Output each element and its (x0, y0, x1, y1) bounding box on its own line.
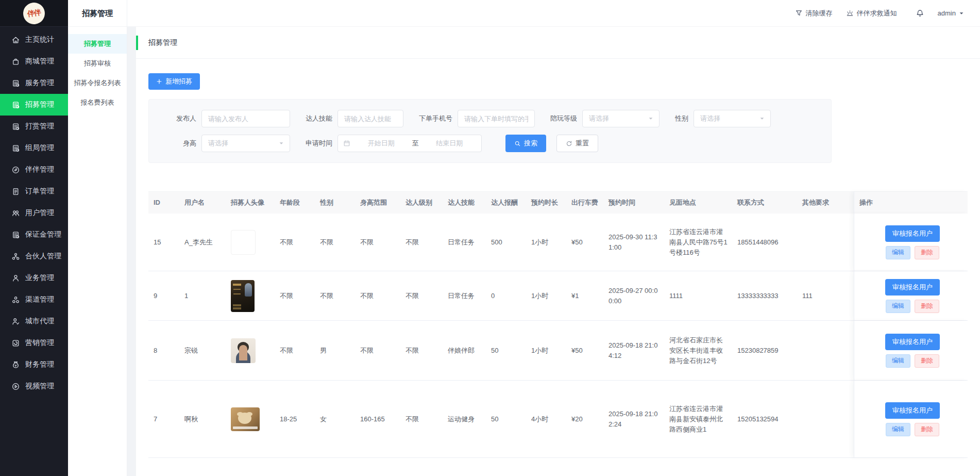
sidebar-item-6[interactable]: 组局管理 (0, 137, 68, 159)
apply-time-daterange[interactable]: 开始日期 至 结束日期 (337, 135, 482, 152)
city-icon (11, 317, 20, 326)
sidebar-item-14[interactable]: 城市代理 (0, 310, 68, 332)
table-cell-reward: 0 (486, 271, 526, 320)
sidebar-item-10[interactable]: 保证金管理 (0, 224, 68, 245)
sidebar-item-label: 打赏管理 (25, 122, 54, 131)
skill-input[interactable] (337, 110, 403, 127)
height-placeholder: 请选择 (208, 139, 228, 148)
table-cell-actions: 审核报名用户编辑删除 (854, 381, 968, 457)
recruiter-avatar (231, 407, 260, 431)
app-logo[interactable]: 伴伴 (22, 1, 46, 25)
table-cell-other (797, 321, 854, 380)
table-cell-contact: 15205132594 (732, 381, 797, 457)
sidebar-item-4[interactable]: 招募管理 (0, 94, 68, 116)
edit-button[interactable]: 编辑 (886, 354, 910, 368)
companion-level-select[interactable]: 请选择 (582, 110, 660, 127)
review-signup-users-button[interactable]: 审核报名用户 (885, 402, 940, 419)
filter-gender: 性别 请选择 (675, 110, 771, 127)
submenu-item-3[interactable]: 招募令报名列表 (68, 73, 127, 93)
table-cell-contact: 15230827859 (732, 321, 797, 380)
delete-button[interactable]: 删除 (915, 300, 939, 313)
chevron-down-icon (759, 116, 765, 122)
table-cell-contact: 18551448096 (732, 214, 797, 271)
table-cell-actions: 审核报名用户编辑删除 (854, 214, 968, 271)
edit-button[interactable]: 编辑 (886, 300, 910, 313)
order-icon (11, 187, 20, 196)
sidebar-item-15[interactable]: 营销管理 (0, 332, 68, 354)
user-menu[interactable]: admin (938, 9, 965, 17)
review-signup-users-button[interactable]: 审核报名用户 (885, 279, 940, 296)
sidebar-item-label: 服务管理 (25, 78, 54, 88)
column-header: 达人报酬 (486, 192, 526, 214)
table-cell-reward: 50 (486, 381, 526, 457)
sidebar-item-2[interactable]: 商城管理 (0, 51, 68, 72)
sidebar-item-8[interactable]: 订单管理 (0, 180, 68, 202)
reset-button[interactable]: 重置 (556, 135, 598, 152)
publisher-input[interactable] (201, 110, 290, 127)
rescue-notice-button[interactable]: 伴伴求救通知 (846, 9, 897, 18)
add-recruit-button[interactable]: 新增招募 (148, 73, 200, 90)
table-cell-height_range: 160-165 (355, 381, 400, 457)
submenu-title: 招募管理 (68, 0, 127, 27)
delete-button[interactable]: 删除 (915, 354, 939, 368)
submenu-item-4[interactable]: 报名费列表 (68, 93, 127, 112)
review-signup-users-button[interactable]: 审核报名用户 (885, 334, 940, 350)
delete-button[interactable]: 删除 (915, 246, 939, 259)
sidebar-item-label: 营销管理 (25, 338, 54, 348)
edit-button[interactable]: 编辑 (886, 246, 910, 259)
submenu-item-1[interactable]: 招募管理 (68, 34, 127, 54)
review-signup-users-button[interactable]: 审核报名用户 (885, 225, 940, 242)
plus-icon (156, 78, 162, 85)
submenu-items: 招募管理招募审核招募令报名列表报名费列表 (68, 27, 127, 112)
table-cell-gender: 男 (315, 321, 355, 380)
table-cell-fare: ¥20 (566, 381, 603, 457)
column-header: 预约时间 (603, 192, 664, 214)
clear-cache-button[interactable]: 清除缓存 (795, 9, 833, 18)
table-cell-duration: 1小时 (526, 214, 566, 271)
submenu-item-2[interactable]: 招募审核 (68, 54, 127, 73)
table-cell-height_range: 不限 (355, 271, 400, 320)
sidebar-item-5[interactable]: 打赏管理 (0, 116, 68, 137)
height-select[interactable]: 请选择 (201, 135, 290, 152)
start-date-placeholder: 开始日期 (354, 139, 408, 148)
table-cell-time: 2025-09-18 21:04:12 (603, 321, 664, 380)
table-cell-location: 江苏省连云港市灌南县人民中路75号1号楼116号 (664, 214, 732, 271)
gender-select[interactable]: 请选择 (694, 110, 771, 127)
channel-icon (11, 296, 20, 304)
filter-height: 身高 请选择 (160, 135, 290, 152)
table-cell-level: 不限 (400, 321, 443, 380)
publisher-label: 发布人 (160, 114, 196, 123)
column-header-actions: 操作 (854, 192, 968, 214)
group-icon (11, 144, 20, 153)
search-button[interactable]: 搜索 (505, 135, 546, 152)
sidebar-item-17[interactable]: 视频管理 (0, 375, 68, 397)
sidebar-item-9[interactable]: 用户管理 (0, 202, 68, 224)
chevron-down-icon (278, 140, 284, 146)
search-label: 搜索 (524, 139, 537, 148)
column-header: ID (148, 192, 179, 214)
table-cell-other: 111 (797, 271, 854, 320)
sidebar-item-label: 订单管理 (25, 187, 54, 196)
table-cell-location: 1111 (664, 271, 732, 320)
table-cell-fare: ¥50 (566, 214, 603, 271)
sidebar-item-1[interactable]: 主页统计 (0, 29, 68, 51)
table-cell-age: 不限 (275, 214, 315, 271)
date-separator: 至 (412, 139, 419, 148)
bell-icon[interactable] (916, 9, 924, 18)
sidebar-item-7[interactable]: 伴伴管理 (0, 159, 68, 180)
sidebar-item-13[interactable]: 渠道管理 (0, 289, 68, 310)
table-cell-age: 不限 (275, 271, 315, 320)
video-icon (11, 382, 20, 391)
sidebar-item-16[interactable]: 财务管理 (0, 354, 68, 375)
order-phone-input[interactable] (458, 110, 535, 127)
sidebar-item-label: 城市代理 (25, 317, 54, 326)
sidebar-item-3[interactable]: 服务管理 (0, 72, 68, 94)
table-cell-skill: 日常任务 (443, 271, 486, 320)
recruit-table: ID用户名招募人头像年龄段性别身高范围达人级别达人技能达人报酬预约时长出行车费预… (148, 191, 968, 458)
delete-button[interactable]: 删除 (915, 423, 939, 436)
table-cell-reward: 50 (486, 321, 526, 380)
edit-button[interactable]: 编辑 (886, 423, 910, 436)
users-icon (11, 209, 20, 218)
sidebar-item-12[interactable]: 业务管理 (0, 267, 68, 289)
sidebar-item-11[interactable]: 合伙人管理 (0, 245, 68, 267)
